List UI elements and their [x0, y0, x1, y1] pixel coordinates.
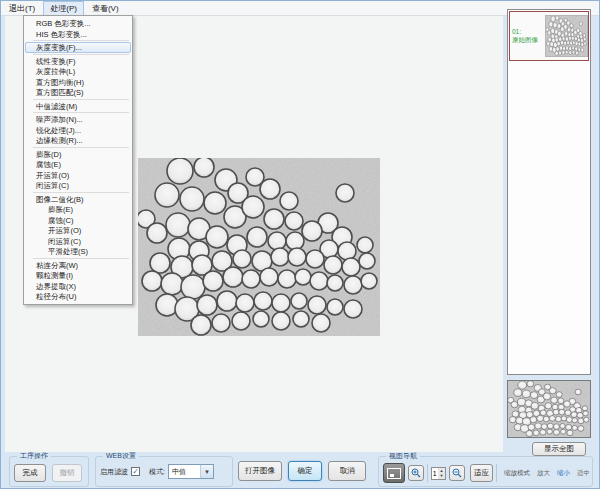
ok-button[interactable]: 确定	[288, 461, 322, 481]
zoom-in-icon	[411, 468, 421, 478]
menubar-item[interactable]: 查看(V)	[85, 1, 126, 16]
zoom-mode-option[interactable]: 适中	[577, 469, 590, 478]
menu-item[interactable]: HIS 色彩变换...	[25, 29, 131, 40]
filter-checkbox-label: 启用滤波	[100, 467, 128, 477]
sidebar-list[interactable]: 01: 原始图像	[507, 9, 591, 375]
menu-separator	[33, 112, 129, 113]
zoom-mode-option[interactable]: 缩小	[557, 469, 570, 478]
menu-item[interactable]: 灰度变换(F)...	[25, 42, 131, 53]
menu-item[interactable]: 闭运算(C)	[25, 236, 131, 247]
menu-separator	[33, 54, 129, 55]
mode-combobox-value: 中值	[169, 467, 200, 477]
menu-item[interactable]: 腐蚀(E)	[25, 159, 131, 170]
menu-separator	[33, 147, 129, 148]
menu-item[interactable]: 直方图均衡(H)	[25, 77, 131, 88]
filter-checkbox[interactable]: ✓	[131, 467, 140, 476]
menu-item[interactable]: 图像二值化(B)	[25, 194, 131, 205]
menu-item[interactable]: 膨胀(E)	[25, 204, 131, 215]
menu-item[interactable]: 开运算(O)	[25, 170, 131, 181]
menu-item[interactable]: 粘连分离(W)	[25, 260, 131, 271]
menu-item[interactable]: 颗粒测量(I)	[25, 270, 131, 281]
step-group-title: 工序操作	[17, 452, 51, 460]
zoom-out-icon	[452, 468, 462, 478]
menu-item[interactable]: 直方图匹配(S)	[25, 87, 131, 98]
zoom-mode-labels: 缩放模式 放大缩小适中	[504, 469, 590, 478]
navigator-button[interactable]	[383, 463, 405, 483]
zoom-mode-caption: 缩放模式	[504, 469, 530, 478]
done-button[interactable]: 完成	[14, 464, 46, 482]
item-name-label: 原始图像	[512, 36, 545, 44]
item-thumbnail[interactable]	[545, 15, 588, 57]
nav-thumbnail[interactable]	[507, 380, 591, 438]
menu-separator	[33, 40, 129, 41]
menu-separator	[33, 99, 129, 100]
menu-item[interactable]: 中值滤波(M)	[25, 101, 131, 112]
menu-item[interactable]: 平滑处理(S)	[25, 246, 131, 257]
menu-item[interactable]: 膨胀(D)	[25, 149, 131, 160]
zoom-out-button[interactable]	[449, 465, 465, 481]
menubar-item[interactable]: 退出(T)	[2, 1, 42, 16]
cancel-button[interactable]: 取消	[328, 461, 366, 481]
menu-item[interactable]: 粒径分布(U)	[25, 291, 131, 302]
view-group: 视图导航 1 ▲ ▼	[378, 456, 593, 487]
web-group-title: WEB设置	[103, 452, 139, 460]
menu-item[interactable]: RGB 色彩变换...	[25, 18, 131, 29]
toolbar-separator	[496, 464, 497, 482]
zoom-in-button[interactable]	[408, 465, 424, 481]
list-item-label: 01: 原始图像	[510, 28, 545, 44]
mode-label: 模式:	[149, 467, 165, 477]
app-window: 退出(T)处理(P)查看(V) RGB 色彩变换...HIS 色彩变换...灰度…	[0, 0, 600, 489]
specimen-image	[138, 158, 380, 336]
toolbar-separator	[427, 464, 428, 482]
menubar-item[interactable]: 处理(P)	[43, 1, 84, 16]
sidebar-list-item[interactable]: 01: 原始图像	[509, 11, 589, 61]
undo-button[interactable]: 撤销	[52, 464, 82, 482]
menu-item[interactable]: 闭运算(C)	[25, 180, 131, 191]
mode-combobox[interactable]: 中值 ▼	[168, 464, 214, 479]
process-menu: RGB 色彩变换...HIS 色彩变换...灰度变换(F)...线性变换(F)灰…	[23, 15, 133, 305]
menu-separator	[33, 258, 129, 259]
menu-item[interactable]: 锐化处理(J)...	[25, 125, 131, 136]
open-image-button[interactable]: 打开图像	[238, 461, 282, 481]
menu-item[interactable]: 腐蚀(C)	[25, 215, 131, 226]
menu-separator	[33, 192, 129, 193]
view-group-title: 视图导航	[386, 452, 420, 460]
step-group: 工序操作 完成 撤销	[9, 456, 89, 487]
menu-item[interactable]: 线性变换(F)	[25, 56, 131, 67]
stepper-arrows[interactable]: ▲ ▼	[438, 468, 445, 479]
image-icon	[387, 468, 401, 479]
menu-item[interactable]: 边缘检测(R)...	[25, 135, 131, 146]
show-full-button[interactable]: 显示全图	[532, 442, 586, 456]
zoom-mode-option[interactable]: 放大	[537, 469, 550, 478]
stepper-down-icon[interactable]: ▼	[438, 473, 445, 478]
menu-item[interactable]: 开运算(O)	[25, 225, 131, 236]
fit-button[interactable]: 适应	[470, 464, 493, 482]
zoom-level-stepper[interactable]: 1 ▲ ▼	[431, 467, 446, 480]
menu-item[interactable]: 噪声添加(N)...	[25, 114, 131, 125]
web-group: WEB设置 启用滤波 ✓ 模式: 中值 ▼	[95, 456, 233, 487]
specimen-image-svg	[138, 158, 380, 336]
item-index-label: 01:	[512, 28, 545, 36]
menu-item[interactable]: 边界提取(X)	[25, 281, 131, 292]
menu-item[interactable]: 灰度拉伸(L)	[25, 66, 131, 77]
combo-arrow-icon[interactable]: ▼	[200, 465, 213, 478]
